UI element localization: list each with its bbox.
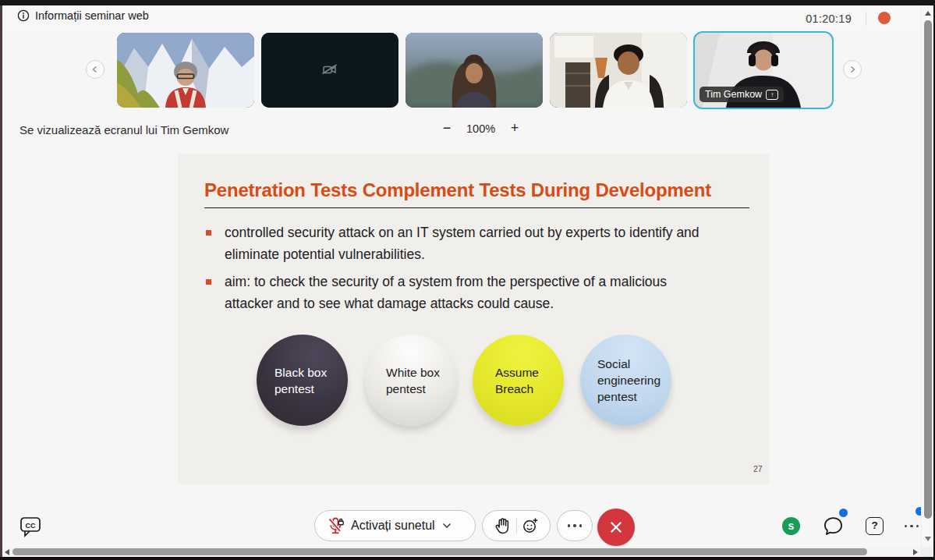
- pentest-circle-assume-breach: Assume Breach: [473, 335, 564, 426]
- webinar-window: Informații seminar web 01:20:19: [0, 0, 935, 560]
- participant-video-4-feed: [550, 33, 687, 108]
- reactions-button[interactable]: [517, 511, 544, 541]
- meeting-timer: 01:20:19: [806, 12, 852, 25]
- unmute-button[interactable]: Activați sunetul: [314, 510, 476, 541]
- share-screen-icon: ↑: [766, 90, 778, 100]
- mic-muted-lock-icon: [327, 516, 344, 535]
- raise-hand-icon: [494, 517, 511, 534]
- circle-label: Black box pentest: [257, 364, 331, 397]
- header-bar: Informații seminar web 01:20:19: [2, 5, 933, 31]
- participant-name-label: Tim Gemkow: [705, 89, 762, 100]
- info-icon: [17, 9, 30, 22]
- webinar-info-label: Informații seminar web: [35, 9, 149, 22]
- filmstrip-next-button[interactable]: [843, 60, 862, 79]
- chat-button[interactable]: [823, 516, 844, 537]
- scrollbar-corner: [921, 547, 933, 557]
- header-divider: [866, 12, 866, 26]
- scroll-down-arrow[interactable]: [925, 537, 931, 541]
- participant-filmstrip: Tim Gemkow ↑: [2, 31, 921, 111]
- qna-button[interactable]: ?: [866, 517, 884, 535]
- shared-screen-stage: Penetration Tests Complement Tests Durin…: [2, 145, 921, 507]
- slide-bullet-2: aim: to check the security of a system f…: [204, 271, 710, 314]
- webinar-info-button[interactable]: Informații seminar web: [17, 9, 149, 22]
- closed-captions-icon: CC: [19, 516, 43, 538]
- chevron-down-icon[interactable]: [442, 523, 452, 529]
- scroll-right-arrow[interactable]: [913, 549, 918, 555]
- vertical-scrollbar: [921, 5, 933, 547]
- circle-label: White box pentest: [365, 364, 443, 397]
- share-status-row: Se vizualizează ecranul lui Tim Gemkow −…: [2, 117, 921, 145]
- participant-name-badge: Tim Gemkow ↑: [699, 87, 784, 102]
- slide-page-number: 27: [753, 464, 763, 473]
- zoom-level-value: 100%: [466, 122, 495, 135]
- participant-video-3-feed: [406, 33, 543, 108]
- presentation-slide: Penetration Tests Complement Tests Durin…: [178, 154, 770, 484]
- slido-button[interactable]: s: [782, 517, 800, 535]
- chevron-left-icon: [90, 65, 100, 74]
- participant-video-2-feed: [261, 33, 398, 108]
- slide-bullet-1: controlled security attack on an IT syst…: [204, 222, 710, 265]
- chat-notification-dot: [839, 509, 848, 517]
- close-x-icon: [609, 520, 623, 534]
- zoom-in-button[interactable]: +: [508, 120, 522, 136]
- pentest-circle-social-engineering: Social engineering pentest: [580, 335, 671, 426]
- zoom-out-button[interactable]: −: [440, 120, 454, 136]
- window-border-left: [0, 5, 2, 560]
- more-dots-icon: [905, 525, 919, 528]
- more-dots-icon: [568, 524, 583, 527]
- reactions-smiley-icon: [522, 517, 539, 534]
- circle-label: Social engineering pentest: [580, 356, 661, 405]
- chat-bubble-icon: [823, 516, 844, 537]
- pentest-circle-black-box: Black box pentest: [257, 335, 348, 426]
- scroll-left-arrow[interactable]: [5, 549, 9, 555]
- scroll-up-arrow[interactable]: [925, 11, 931, 16]
- participant-video-2[interactable]: [261, 33, 398, 108]
- window-border-bottom: [0, 557, 935, 560]
- horizontal-scrollbar-thumb[interactable]: [12, 548, 867, 555]
- participant-video-4[interactable]: [550, 33, 687, 108]
- overflow-menu-button[interactable]: [901, 517, 923, 535]
- chevron-right-icon: [848, 65, 857, 74]
- leave-meeting-button[interactable]: [597, 509, 635, 546]
- reactions-pill: [482, 510, 551, 541]
- participant-video-1[interactable]: [117, 33, 254, 108]
- circle-label: Assume Breach: [473, 364, 551, 397]
- pentest-circle-white-box: White box pentest: [365, 335, 456, 426]
- vertical-scrollbar-thumb[interactable]: [924, 20, 932, 519]
- unmute-button-label: Activați sunetul: [351, 519, 435, 533]
- meeting-control-bar: CC Activați sunetul: [2, 506, 921, 547]
- closed-captions-button[interactable]: CC: [19, 516, 43, 541]
- participant-video-3[interactable]: [406, 33, 543, 108]
- participant-video-tim-gemkow[interactable]: Tim Gemkow ↑: [693, 31, 834, 109]
- participant-video-1-feed: [117, 33, 254, 108]
- filmstrip-previous-button[interactable]: [86, 60, 104, 79]
- raise-hand-button[interactable]: [490, 511, 516, 541]
- slide-bullet-list: controlled security attack on an IT syst…: [204, 222, 710, 321]
- recording-indicator-icon: [878, 12, 891, 24]
- horizontal-scrollbar: [2, 547, 921, 557]
- slide-title-underline: [204, 207, 749, 208]
- svg-text:CC: CC: [26, 522, 36, 530]
- slide-title: Penetration Tests Complement Tests Durin…: [204, 179, 711, 201]
- more-options-button[interactable]: [557, 510, 593, 541]
- viewing-status-text: Se vizualizează ecranul lui Tim Gemkow: [19, 123, 228, 136]
- zoom-controls: − 100% +: [440, 120, 522, 136]
- window-border-top: [0, 0, 935, 5]
